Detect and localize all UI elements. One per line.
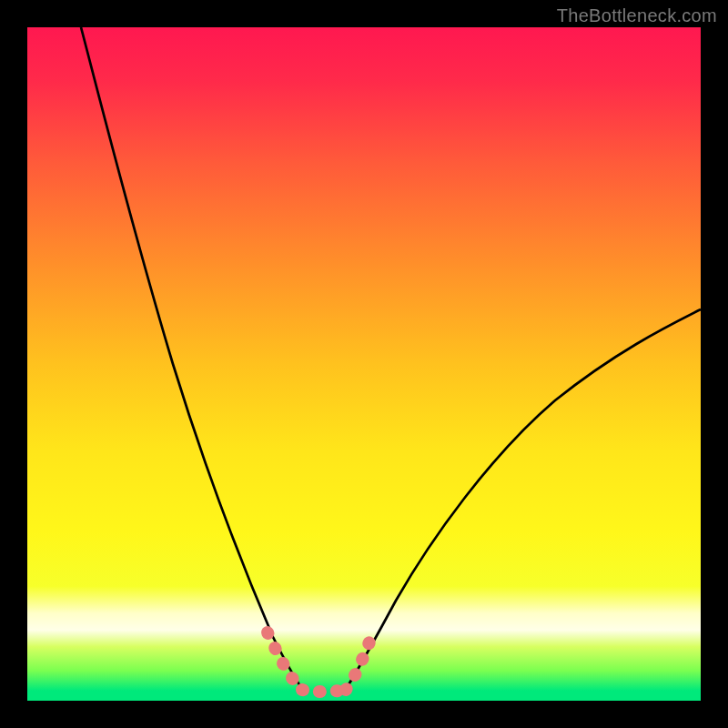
pink-bottom-seg xyxy=(302,690,346,692)
pink-right-seg xyxy=(346,637,371,690)
pink-left-seg xyxy=(268,632,302,690)
chart-frame: TheBottleneck.com xyxy=(0,0,728,728)
plot-area xyxy=(27,27,701,701)
watermark-text: TheBottleneck.com xyxy=(557,5,717,26)
pink-highlight xyxy=(27,27,701,701)
